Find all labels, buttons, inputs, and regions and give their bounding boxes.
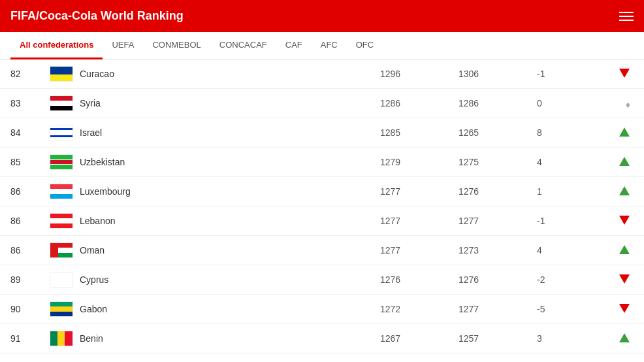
diff-cell: 3 xyxy=(526,324,605,354)
country-cell: Gabon xyxy=(39,295,370,324)
trend-down-icon xyxy=(619,274,630,284)
diff-cell: -1 xyxy=(526,59,605,89)
country-name: Cyprus xyxy=(80,274,108,285)
country-cell: Uzbekistan xyxy=(39,148,370,177)
rank-cell: 83 xyxy=(0,89,39,118)
points-cell: 1277 xyxy=(370,236,448,265)
country-flag xyxy=(50,125,73,140)
tab-caf[interactable]: CAF xyxy=(276,32,312,59)
prev-points-cell: 1277 xyxy=(448,295,526,324)
rank-cell: 86 xyxy=(0,177,39,206)
country-name: Israel xyxy=(80,127,102,138)
points-cell: 1276 xyxy=(370,265,448,295)
diff-cell: 8 xyxy=(526,118,605,148)
tab-ofc[interactable]: OFC xyxy=(347,32,383,59)
prev-points-cell: 1286 xyxy=(448,89,526,118)
tab-uefa[interactable]: UEFA xyxy=(103,32,143,59)
trend-cell xyxy=(605,295,644,324)
country-flag xyxy=(50,95,73,111)
rank-cell: 89 xyxy=(0,265,39,295)
country-flag xyxy=(50,66,73,82)
prev-points-cell: 1275 xyxy=(448,148,526,177)
trend-cell xyxy=(605,118,644,148)
points-cell: 1286 xyxy=(370,89,448,118)
rank-cell: 91 xyxy=(0,324,39,354)
table-row: 91 Benin 1267 1257 3 xyxy=(0,324,644,354)
trend-cell xyxy=(605,89,644,118)
tab-concacaf[interactable]: CONCACAF xyxy=(210,32,276,59)
country-name: Oman xyxy=(80,245,105,255)
country-cell: Curacao xyxy=(39,59,370,89)
trend-up-icon xyxy=(619,245,630,254)
rank-cell: 85 xyxy=(0,148,39,177)
country-flag xyxy=(50,272,73,288)
country-name: Lebanon xyxy=(80,216,116,226)
trend-up-icon xyxy=(619,333,630,342)
diff-cell: -1 xyxy=(526,206,605,236)
diff-cell: 1 xyxy=(526,177,605,206)
menu-button[interactable] xyxy=(619,12,634,21)
table-row: 90 Gabon 1272 1277 -5 xyxy=(0,295,644,324)
diff-cell: 4 xyxy=(526,148,605,177)
table-row: 84 Israel 1285 1265 8 xyxy=(0,118,644,148)
country-name: Uzbekistan xyxy=(80,157,125,167)
page-header: FIFA/Coca-Cola World Ranking xyxy=(0,0,644,32)
prev-points-cell: 1265 xyxy=(448,118,526,148)
table-row: 85 Uzbekistan 1279 1275 4 xyxy=(0,148,644,177)
country-flag xyxy=(50,184,73,199)
diff-cell: 0 xyxy=(526,89,605,118)
prev-points-cell: 1276 xyxy=(448,177,526,206)
table-row: 82 Curacao 1296 1306 -1 xyxy=(0,59,644,89)
diff-cell: 4 xyxy=(526,236,605,265)
points-cell: 1272 xyxy=(370,295,448,324)
country-cell: Benin xyxy=(39,324,370,354)
country-name: Syria xyxy=(80,98,101,108)
points-cell: 1267 xyxy=(370,324,448,354)
trend-cell xyxy=(605,324,644,354)
trend-up-icon xyxy=(619,127,630,137)
rank-cell: 82 xyxy=(0,59,39,89)
country-flag xyxy=(50,301,73,317)
country-cell: Oman xyxy=(39,236,370,265)
rank-cell: 86 xyxy=(0,206,39,236)
rankings-table-container: 82 Curacao 1296 1306 -1 83 Syria 1286 12… xyxy=(0,59,644,354)
rank-cell: 90 xyxy=(0,295,39,324)
trend-cell xyxy=(605,236,644,265)
tab-all[interactable]: All confederations xyxy=(10,32,103,59)
table-row: 86 Lebanon 1277 1277 -1 xyxy=(0,206,644,236)
tab-afc[interactable]: AFC xyxy=(312,32,347,59)
country-name: Luxembourg xyxy=(80,186,131,197)
confederation-tabs: All confederationsUEFACONMEBOLCONCACAFCA… xyxy=(0,32,644,59)
country-name: Curacao xyxy=(80,69,114,79)
country-name: Gabon xyxy=(80,304,107,314)
page-title: FIFA/Coca-Cola World Ranking xyxy=(10,9,184,23)
country-flag xyxy=(50,154,73,170)
diff-cell: -2 xyxy=(526,265,605,295)
trend-cell xyxy=(605,177,644,206)
points-cell: 1296 xyxy=(370,59,448,89)
country-flag xyxy=(50,331,73,346)
prev-points-cell: 1277 xyxy=(448,206,526,236)
table-row: 89 Cyprus 1276 1276 -2 xyxy=(0,265,644,295)
trend-down-icon xyxy=(619,216,630,225)
table-row: 86 Luxembourg 1277 1276 1 xyxy=(0,177,644,206)
trend-up-icon xyxy=(619,157,630,166)
trend-up-icon xyxy=(619,186,630,195)
prev-points-cell: 1257 xyxy=(448,324,526,354)
country-flag xyxy=(50,242,73,258)
rankings-table: 82 Curacao 1296 1306 -1 83 Syria 1286 12… xyxy=(0,59,644,354)
rank-cell: 86 xyxy=(0,236,39,265)
country-name: Benin xyxy=(80,333,103,344)
country-cell: Luxembourg xyxy=(39,177,370,206)
points-cell: 1277 xyxy=(370,177,448,206)
rank-cell: 84 xyxy=(0,118,39,148)
country-cell: Syria xyxy=(39,89,370,118)
prev-points-cell: 1306 xyxy=(448,59,526,89)
points-cell: 1285 xyxy=(370,118,448,148)
points-cell: 1279 xyxy=(370,148,448,177)
trend-down-icon xyxy=(619,69,630,78)
country-cell: Cyprus xyxy=(39,265,370,295)
country-cell: Israel xyxy=(39,118,370,148)
tab-conmebol[interactable]: CONMEBOL xyxy=(143,32,210,59)
country-cell: Lebanon xyxy=(39,206,370,236)
